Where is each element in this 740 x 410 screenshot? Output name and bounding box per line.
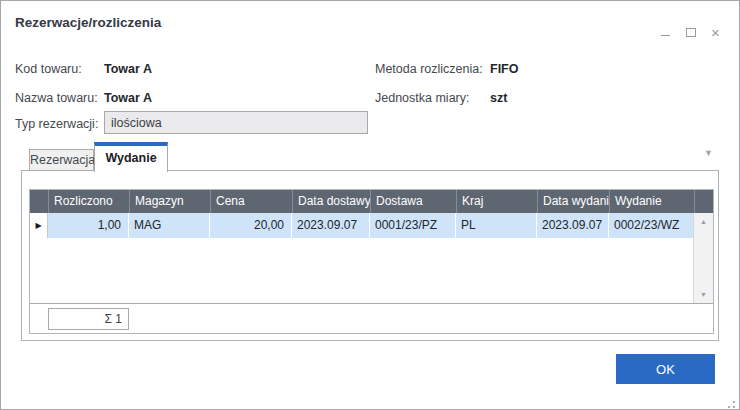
item-name-value: Towar A: [104, 91, 152, 105]
table-row[interactable]: ▶ 1,00 MAG 20,00 2023.09.07 0001/23/PZ P…: [30, 213, 713, 238]
tab-rezerwacja[interactable]: Rezerwacja: [29, 149, 94, 171]
tab-wydanie[interactable]: Wydanie: [94, 142, 168, 172]
row-marker-icon: ▶: [30, 213, 48, 238]
cell-rozliczono: 1,00: [48, 213, 129, 238]
column-header-cena[interactable]: Cena: [210, 190, 292, 213]
scrollbar-header-stub: [694, 190, 713, 213]
ok-button[interactable]: OK: [616, 354, 715, 384]
reservation-type-field[interactable]: [104, 111, 368, 134]
cell-wydanie: 0002/23/WZ: [609, 213, 694, 238]
unit-value: szt: [490, 91, 507, 105]
summary-count-box: Σ 1: [48, 308, 129, 330]
reservations-dialog: Rezerwacje/rozliczenia × Kod towaru: Tow…: [0, 0, 740, 410]
column-header-rozliczono[interactable]: Rozliczono: [48, 190, 129, 213]
tab-overflow-dropdown-icon[interactable]: ▼: [704, 148, 713, 158]
scroll-down-icon[interactable]: ▼: [694, 291, 713, 298]
maximize-button[interactable]: [684, 26, 697, 39]
vertical-scrollbar[interactable]: ▲ ▼: [693, 213, 713, 303]
minimize-button[interactable]: [659, 26, 672, 39]
item-code-value: Towar A: [104, 62, 152, 76]
cell-dostawa: 0001/23/PZ: [370, 213, 456, 238]
cell-cena: 20,00: [210, 213, 292, 238]
resize-grip-icon[interactable]: [723, 401, 725, 403]
cell-kraj: PL: [456, 213, 537, 238]
grid-summary-footer: Σ 1: [30, 303, 713, 333]
dialog-title: Rezerwacje/rozliczenia: [15, 15, 161, 30]
cell-data-dostawy: 2023.09.07: [292, 213, 370, 238]
item-code-label: Kod towaru:: [15, 62, 82, 76]
column-header-kraj[interactable]: Kraj: [456, 190, 537, 213]
scroll-up-icon[interactable]: ▲: [694, 218, 713, 225]
item-name-label: Nazwa towaru:: [15, 91, 98, 105]
column-header-magazyn[interactable]: Magazyn: [129, 190, 210, 213]
indicator-header-cell: [30, 190, 48, 213]
window-controls: ×: [659, 26, 722, 39]
settlement-method-value: FIFO: [490, 62, 518, 76]
close-button[interactable]: ×: [709, 26, 722, 39]
maximize-icon: [686, 28, 696, 37]
minimize-icon: [661, 35, 670, 37]
column-header-data-wydania[interactable]: Data wydania: [537, 190, 609, 213]
reservation-type-label: Typ rezerwacji:: [15, 117, 98, 131]
grid-header-row: Rozliczono Magazyn Cena Data dostawy Dos…: [30, 190, 713, 213]
settlements-grid: Rozliczono Magazyn Cena Data dostawy Dos…: [29, 189, 714, 334]
close-icon: ×: [711, 26, 720, 39]
cell-magazyn: MAG: [129, 213, 210, 238]
column-header-wydanie[interactable]: Wydanie: [609, 190, 694, 213]
column-header-data-dostawy[interactable]: Data dostawy: [292, 190, 370, 213]
column-header-dostawa[interactable]: Dostawa: [370, 190, 456, 213]
tab-content-panel: Rozliczono Magazyn Cena Data dostawy Dos…: [21, 170, 719, 341]
unit-label: Jednostka miary:: [375, 91, 469, 105]
cell-data-wydania: 2023.09.07: [537, 213, 609, 238]
settlement-method-label: Metoda rozliczenia:: [375, 62, 483, 76]
